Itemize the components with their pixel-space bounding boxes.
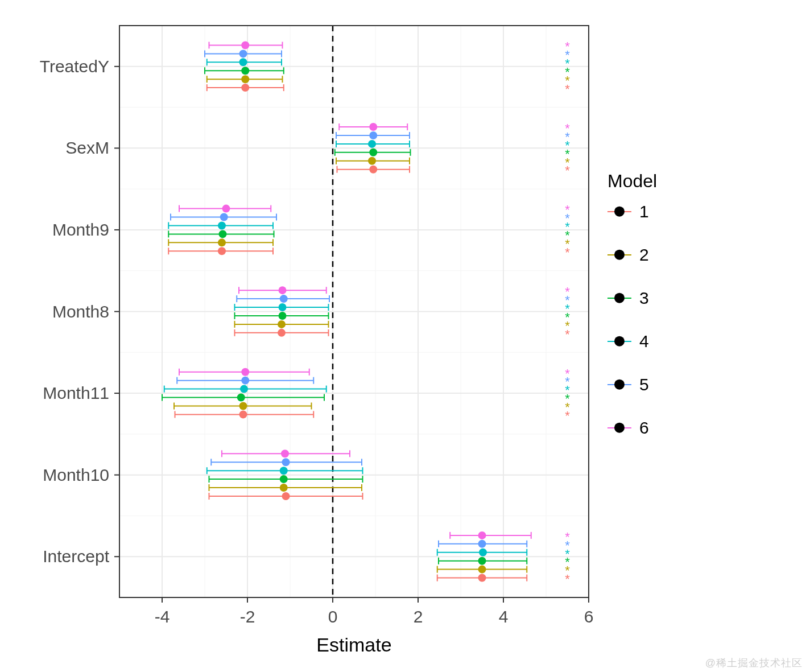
point-estimate bbox=[239, 402, 247, 410]
legend-swatch bbox=[607, 290, 631, 306]
legend-item: 2 bbox=[607, 245, 649, 265]
point-estimate bbox=[478, 574, 486, 582]
point-estimate bbox=[241, 75, 249, 83]
y-tick-label: TreatedY bbox=[40, 57, 109, 76]
point-estimate bbox=[369, 123, 377, 131]
legend-title: Model bbox=[607, 171, 657, 192]
point-estimate bbox=[282, 492, 290, 500]
point-estimate bbox=[280, 467, 288, 475]
point-estimate bbox=[218, 247, 226, 255]
point-estimate bbox=[368, 140, 376, 148]
legend-label: 4 bbox=[639, 332, 649, 351]
point-estimate bbox=[281, 450, 289, 457]
point-estimate bbox=[220, 213, 228, 221]
x-tick-label: -2 bbox=[240, 607, 255, 626]
point-estimate bbox=[282, 458, 290, 466]
point-estimate bbox=[222, 205, 230, 213]
point-estimate bbox=[241, 67, 249, 75]
y-tick-label: Month9 bbox=[52, 220, 109, 239]
point-estimate bbox=[241, 368, 249, 376]
legend-label: 2 bbox=[639, 245, 649, 265]
significance-star: * bbox=[565, 409, 570, 423]
point-estimate bbox=[478, 531, 486, 539]
y-tick-label: Month8 bbox=[52, 302, 109, 321]
significance-star: * bbox=[565, 572, 570, 586]
point-estimate bbox=[239, 50, 247, 57]
legend-swatch bbox=[607, 333, 631, 349]
point-estimate bbox=[241, 84, 249, 92]
point-estimate bbox=[279, 286, 287, 294]
legend-item: 4 bbox=[607, 332, 649, 351]
y-tick-label: Intercept bbox=[43, 547, 109, 566]
significance-star: * bbox=[565, 327, 570, 341]
legend-label: 5 bbox=[639, 375, 649, 394]
point-estimate bbox=[280, 484, 288, 492]
point-estimate bbox=[279, 303, 287, 311]
point-estimate bbox=[280, 475, 288, 483]
significance-star: * bbox=[565, 245, 570, 259]
point-estimate bbox=[239, 58, 247, 66]
point-estimate bbox=[369, 149, 377, 156]
point-estimate bbox=[241, 377, 249, 385]
legend-item: 1 bbox=[607, 202, 649, 221]
y-tick-label: SexM bbox=[65, 138, 109, 157]
point-estimate bbox=[218, 238, 226, 246]
legend-swatch bbox=[607, 377, 631, 393]
legend-item: 6 bbox=[607, 418, 649, 438]
point-estimate bbox=[237, 394, 245, 402]
coefficient-plot: -4-20246TreatedYSexMMonth9Month8Month11M… bbox=[0, 0, 806, 672]
x-tick-label: 0 bbox=[328, 607, 338, 626]
x-tick-label: 2 bbox=[414, 607, 423, 626]
legend-label: 6 bbox=[639, 418, 649, 438]
significance-star: * bbox=[565, 163, 570, 178]
point-estimate bbox=[368, 157, 376, 165]
point-estimate bbox=[279, 312, 287, 320]
point-estimate bbox=[239, 410, 247, 418]
x-tick-label: -4 bbox=[155, 607, 170, 626]
legend-swatch bbox=[607, 204, 631, 220]
point-estimate bbox=[241, 41, 249, 49]
point-estimate bbox=[219, 230, 227, 238]
point-estimate bbox=[369, 131, 377, 139]
point-estimate bbox=[280, 295, 288, 303]
legend-item: 3 bbox=[607, 288, 649, 308]
legend-label: 3 bbox=[639, 288, 649, 308]
y-tick-label: Month11 bbox=[43, 384, 109, 402]
y-tick-label: Month10 bbox=[43, 465, 109, 484]
legend-item: 5 bbox=[607, 375, 649, 394]
x-axis-title: Estimate bbox=[316, 634, 391, 655]
point-estimate bbox=[218, 221, 226, 229]
point-estimate bbox=[278, 329, 286, 337]
legend-swatch bbox=[607, 420, 631, 436]
legend-swatch bbox=[607, 247, 631, 263]
point-estimate bbox=[278, 320, 286, 328]
point-estimate bbox=[478, 557, 486, 565]
point-estimate bbox=[478, 540, 486, 548]
watermark-text: @稀土掘金技术社区 bbox=[705, 656, 803, 670]
significance-star: * bbox=[565, 82, 570, 96]
x-tick-label: 4 bbox=[499, 607, 509, 626]
point-estimate bbox=[369, 166, 377, 174]
legend-label: 1 bbox=[639, 202, 649, 221]
x-tick-label: 6 bbox=[584, 607, 594, 626]
chart-container: -4-20246TreatedYSexMMonth9Month8Month11M… bbox=[0, 0, 806, 672]
point-estimate bbox=[479, 549, 487, 556]
point-estimate bbox=[240, 385, 248, 393]
point-estimate bbox=[478, 566, 486, 574]
